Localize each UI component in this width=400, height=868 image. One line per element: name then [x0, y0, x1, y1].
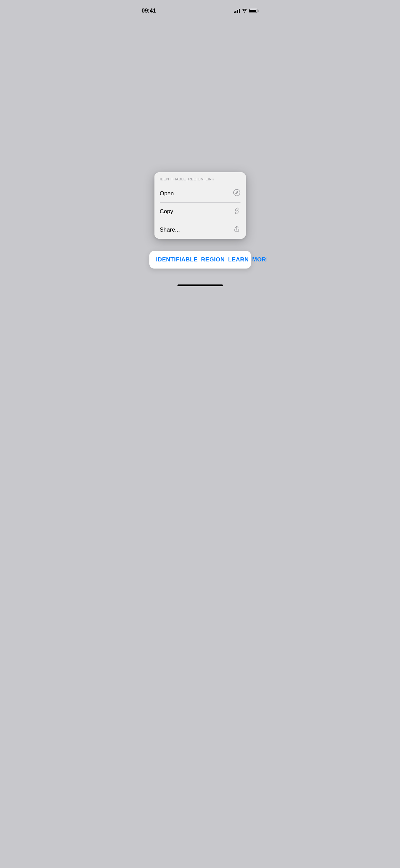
learn-more-text: IDENTIFIABLE_REGION_LEARN_MORE: [156, 256, 267, 263]
status-icons: [234, 8, 258, 14]
share-icon: [233, 225, 240, 234]
home-indicator: [177, 284, 223, 286]
signal-bar-4: [239, 9, 240, 13]
status-bar: 09:41: [133, 0, 267, 17]
context-menu-item-copy[interactable]: Copy: [154, 203, 246, 221]
compass-icon: [233, 189, 240, 198]
context-menu-item-share[interactable]: Share...: [154, 221, 246, 239]
signal-bar-2: [235, 11, 236, 13]
svg-point-1: [236, 192, 237, 193]
context-menu-header: IDENTIFIABLE_REGION_LINK: [154, 172, 246, 184]
signal-icon: [234, 9, 240, 13]
battery-tip: [258, 10, 258, 12]
battery-icon: [249, 9, 258, 13]
context-menu-header-text: IDENTIFIABLE_REGION_LINK: [160, 177, 214, 181]
context-menu: IDENTIFIABLE_REGION_LINK Open Copy: [154, 172, 246, 239]
context-menu-container: IDENTIFIABLE_REGION_LINK Open Copy: [154, 172, 246, 239]
link-icon: [233, 207, 240, 216]
status-time: 09:41: [142, 7, 156, 14]
context-menu-item-open[interactable]: Open: [154, 184, 246, 202]
signal-bar-3: [237, 10, 238, 13]
wifi-icon: [242, 8, 247, 14]
copy-label: Copy: [160, 208, 173, 215]
learn-more-container: IDENTIFIABLE_REGION_LEARN_MORE: [149, 251, 251, 269]
battery-fill: [250, 10, 256, 12]
share-label: Share...: [160, 226, 180, 233]
open-label: Open: [160, 190, 174, 197]
signal-bar-1: [234, 12, 235, 13]
battery-body: [249, 9, 257, 13]
learn-more-button[interactable]: IDENTIFIABLE_REGION_LEARN_MORE: [149, 251, 251, 269]
